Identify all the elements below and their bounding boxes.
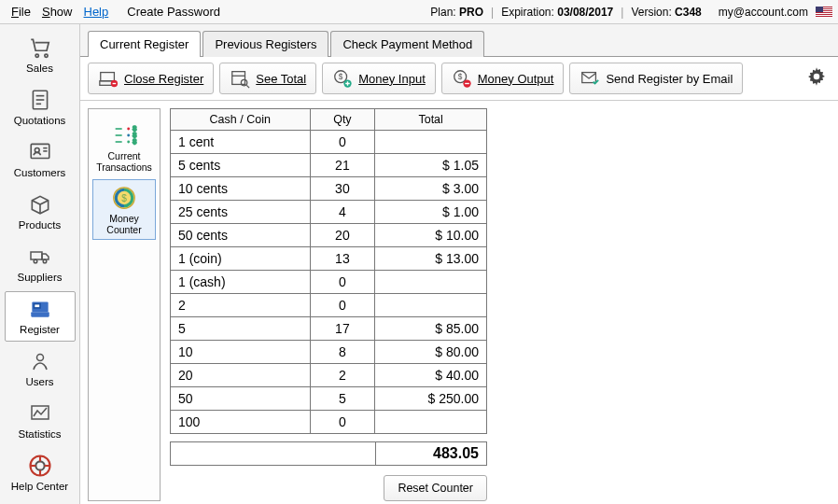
cash-total: $ 85.00 [375, 317, 487, 341]
cash-qty[interactable]: 17 [310, 317, 375, 341]
col-cash[interactable]: Cash / Coin [171, 109, 311, 131]
cash-qty[interactable]: 0 [310, 271, 375, 294]
truck-icon [24, 244, 56, 270]
table-row[interactable]: 1000 [171, 411, 487, 434]
create-password-link[interactable]: Create Password [121, 3, 226, 21]
tab-bar: Current Register Previous Registers Chec… [80, 24, 838, 57]
nav-suppliers[interactable]: Suppliers [5, 239, 76, 289]
subnav-current-transactions[interactable]: $$$ Current Transactions [92, 117, 156, 177]
cash-total [375, 294, 487, 317]
user-icon [24, 348, 56, 374]
col-total[interactable]: Total [375, 109, 487, 131]
table-row[interactable]: 202$ 40.00 [171, 364, 487, 387]
cash-total: $ 80.00 [375, 341, 487, 364]
subnav-money-counter[interactable]: $ Money Counter [92, 179, 156, 240]
cash-name: 1 cent [171, 131, 311, 154]
cash-qty[interactable]: 0 [310, 411, 375, 434]
table-row[interactable]: 25 cents4$ 1.00 [171, 201, 487, 224]
table-row[interactable]: 20 [171, 294, 487, 317]
calendar-search-icon [230, 68, 250, 89]
cash-total: $ 250.00 [375, 387, 487, 411]
nav-statistics[interactable]: Statistics [5, 396, 76, 446]
cash-name: 50 cents [171, 224, 311, 247]
svg-text:$: $ [133, 125, 136, 132]
nav-users[interactable]: Users [5, 343, 76, 394]
side-nav: Sales Quotations Customers Products Supp… [0, 24, 80, 504]
nav-sales[interactable]: Sales [5, 30, 76, 80]
table-row[interactable]: 5 cents21$ 1.05 [171, 154, 487, 177]
menubar: File Show Help Create Password Plan: PRO… [0, 0, 838, 24]
cash-qty[interactable]: 5 [310, 387, 375, 411]
money-output-button[interactable]: $ Money Output [441, 63, 565, 94]
cash-name: 2 [171, 294, 311, 317]
cash-qty[interactable]: 30 [310, 177, 375, 201]
cash-name: 20 [171, 364, 311, 387]
flag-icon[interactable] [816, 7, 832, 18]
svg-point-19 [35, 461, 44, 469]
svg-point-16 [36, 355, 43, 361]
svg-point-1 [44, 54, 47, 57]
svg-point-39 [814, 73, 820, 79]
col-qty[interactable]: Qty [310, 109, 375, 131]
tab-check-payment-method[interactable]: Check Payment Method [330, 31, 484, 57]
expiration-label: Expiration: 03/08/2017 [501, 6, 613, 19]
svg-point-0 [35, 54, 38, 57]
table-row[interactable]: 1 (coin)13$ 13.00 [171, 247, 487, 271]
cash-qty[interactable]: 0 [310, 294, 375, 317]
menu-show[interactable]: Show [36, 3, 78, 21]
cash-qty[interactable]: 13 [310, 247, 375, 271]
menu-help[interactable]: Help [78, 3, 115, 21]
reset-counter-button[interactable]: Reset Counter [384, 475, 487, 501]
cash-qty[interactable]: 4 [310, 201, 375, 224]
svg-point-12 [43, 259, 47, 263]
register-subnav: $$$ Current Transactions $ Money Counter [88, 108, 161, 501]
table-row[interactable]: 517$ 85.00 [171, 317, 487, 341]
svg-line-30 [247, 85, 250, 88]
table-row[interactable]: 10 cents30$ 3.00 [171, 177, 487, 201]
box-icon [24, 191, 56, 217]
gear-icon [804, 65, 829, 92]
svg-rect-37 [582, 73, 596, 83]
cash-qty[interactable]: 20 [310, 224, 375, 247]
nav-quotations[interactable]: Quotations [5, 82, 76, 133]
svg-rect-27 [232, 72, 245, 85]
money-minus-icon: $ [452, 68, 472, 89]
chart-icon [24, 400, 56, 427]
table-row[interactable]: 505$ 250.00 [171, 387, 487, 411]
cash-qty[interactable]: 21 [310, 154, 375, 177]
cash-qty[interactable]: 0 [310, 131, 375, 154]
svg-rect-24 [101, 73, 115, 81]
nav-products[interactable]: Products [5, 187, 76, 237]
svg-rect-14 [34, 304, 40, 308]
account-email[interactable]: my@account.com [719, 6, 808, 19]
close-register-button[interactable]: Close Register [88, 63, 214, 94]
grand-total-value: 483.05 [375, 441, 487, 466]
table-row[interactable]: 1 cent0 [171, 131, 487, 154]
cash-qty[interactable]: 2 [310, 364, 375, 387]
svg-rect-10 [31, 252, 42, 259]
svg-point-11 [34, 259, 37, 263]
menu-file[interactable]: File [6, 3, 36, 21]
tab-previous-registers[interactable]: Previous Registers [203, 31, 328, 57]
nav-register[interactable]: Register [5, 291, 76, 342]
table-row[interactable]: 1 (cash)0 [171, 271, 487, 294]
nav-customers[interactable]: Customers [5, 134, 76, 185]
send-register-email-button[interactable]: Send Register by Email [569, 63, 743, 94]
cash-name: 50 [171, 387, 311, 411]
cash-qty[interactable]: 8 [310, 341, 375, 364]
table-row[interactable]: 50 cents20$ 10.00 [171, 224, 487, 247]
cash-name: 25 cents [171, 201, 311, 224]
see-total-button[interactable]: See Total [219, 63, 316, 94]
tab-current-register[interactable]: Current Register [88, 31, 201, 57]
cash-total: $ 40.00 [375, 364, 487, 387]
nav-help-center[interactable]: Help Center [5, 448, 76, 498]
plan-label: Plan: PRO [430, 6, 483, 19]
settings-button[interactable] [803, 64, 831, 92]
cash-total: $ 3.00 [375, 177, 487, 201]
money-input-button[interactable]: $ Money Input [322, 63, 436, 94]
table-row[interactable]: 108$ 80.00 [171, 341, 487, 364]
register-close-icon [98, 68, 119, 89]
cash-name: 10 cents [171, 177, 311, 201]
svg-point-44 [127, 134, 130, 137]
cash-total: $ 1.05 [375, 154, 487, 177]
